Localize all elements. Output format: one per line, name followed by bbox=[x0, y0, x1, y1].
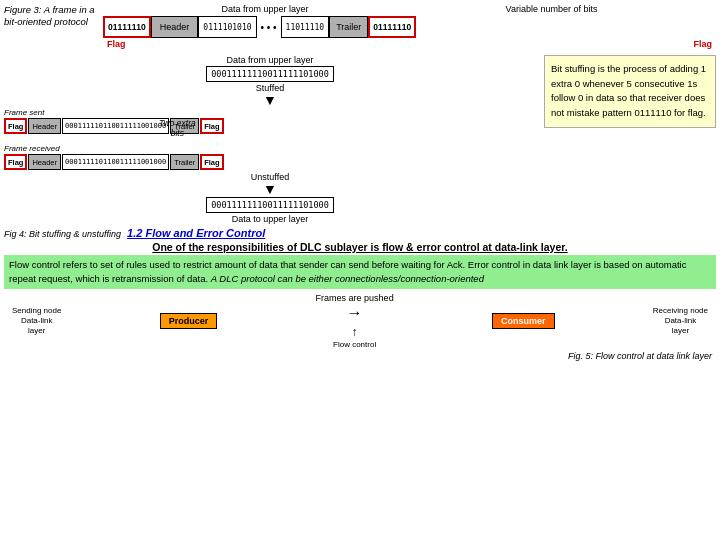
sent-flag-right: Flag bbox=[200, 118, 223, 134]
figure3-label: Figure 3: A frame in a bit-oriented prot… bbox=[4, 4, 99, 29]
flag-label-right: Flag bbox=[693, 39, 712, 49]
trailer-box: Trailer bbox=[329, 16, 368, 38]
data-from-upper-2: Data from upper layer bbox=[4, 55, 536, 65]
two-extra-bits: Two extra bits bbox=[159, 118, 196, 138]
frame-received-label: Frame received bbox=[4, 144, 536, 153]
flow-control-diagram-label: Flow control bbox=[333, 340, 376, 349]
fig5-label: Fig. 5: Flow control at data link layer bbox=[4, 351, 716, 361]
flag-box-left: 01111110 bbox=[103, 16, 151, 38]
data-link-layer-left: Data-link layer bbox=[21, 316, 53, 335]
bit-stuffing-info: Bit stuffing is the process of adding 1 … bbox=[544, 55, 716, 128]
original-data-box: 00011111110011111101000 bbox=[206, 66, 334, 82]
recv-trailer: Trailer bbox=[170, 154, 199, 170]
sending-node-label: Sending node bbox=[12, 306, 61, 315]
arrow-up: ↑ bbox=[352, 325, 358, 339]
data-to-upper: Data to upper layer bbox=[4, 214, 536, 224]
frames-pushed-text: Frames are pushed bbox=[316, 293, 394, 303]
data-box-1: 0111101010 bbox=[198, 16, 256, 38]
sent-header: Header bbox=[28, 118, 61, 134]
producer-box: Producer bbox=[160, 313, 218, 329]
data-link-layer-right: Data-link layer bbox=[665, 316, 697, 335]
data-from-upper-label: Data from upper layer bbox=[222, 4, 309, 14]
fig4-label: Fig 4: Bit stuffing & unstuffing bbox=[4, 229, 121, 239]
sent-binary: 000111110110011111001000 bbox=[62, 118, 169, 134]
flow-diagram: Sending node Data-link layer Producer Fr… bbox=[4, 291, 716, 351]
recv-header: Header bbox=[28, 154, 61, 170]
section12-label: 1.2 Flow and Error Control bbox=[127, 227, 265, 239]
sent-flag-left: Flag bbox=[4, 118, 27, 134]
recv-flag-right: Flag bbox=[200, 154, 223, 170]
flow-control-text: Flow control refers to set of rules used… bbox=[4, 255, 716, 289]
variable-bits-label: Variable number of bits bbox=[506, 4, 598, 14]
flow-italic-text: A DLC protocol can be either connectionl… bbox=[211, 273, 484, 284]
arrow-right: → bbox=[347, 304, 363, 322]
header-box: Header bbox=[151, 16, 199, 38]
consumer-box: Consumer bbox=[492, 313, 555, 329]
recv-flag-left: Flag bbox=[4, 154, 27, 170]
flag-box-right: 01111110 bbox=[368, 16, 416, 38]
responsibilities-text: One of the responsibilities of DLC subla… bbox=[4, 241, 716, 253]
data-box-2: 11011110 bbox=[281, 16, 330, 38]
arrow-down-1: ▼ bbox=[263, 93, 277, 107]
receiving-node-label: Receiving node bbox=[653, 306, 708, 315]
frame-sent-label: Frame sent bbox=[4, 108, 536, 117]
flag-label-left: Flag bbox=[107, 39, 126, 49]
unstuffed-data-box: 00011111110011111101000 bbox=[206, 197, 334, 213]
arrow-down-2: ▼ bbox=[263, 182, 277, 196]
recv-binary: 000111110110011111001000 bbox=[62, 154, 169, 170]
dots-box: • • • bbox=[257, 22, 281, 33]
